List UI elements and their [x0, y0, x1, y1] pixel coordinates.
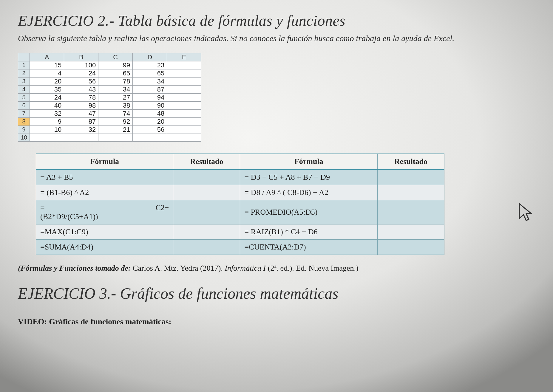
instruction-text: Observa la siguiente tabla y realiza las… [18, 33, 535, 44]
result-cell [377, 185, 444, 200]
sheet-cell: 87 [64, 117, 98, 125]
sheet-cell [167, 85, 201, 93]
formula-exercise-table: Fórmula Resultado Fórmula Resultado = A3… [36, 154, 444, 255]
result-cell [173, 169, 240, 185]
sheet-cell [167, 109, 201, 117]
row-header: 1 [18, 61, 30, 69]
result-cell [173, 239, 240, 255]
row-header: 2 [18, 69, 30, 77]
sheet-cell [64, 134, 98, 141]
result-cell [377, 169, 444, 185]
sheet-cell [167, 125, 201, 134]
citation-lead: (Fórmulas y Funciones tomado de: [18, 264, 133, 272]
formula-cell: = (B1-B6) ^ A2 [36, 185, 173, 200]
result-cell [377, 239, 444, 255]
sheet-cell: 32 [64, 125, 98, 134]
sheet-cell: 20 [133, 117, 167, 125]
sheet-cell: 34 [133, 77, 167, 85]
citation-work: Informática I [223, 264, 268, 272]
result-cell [173, 200, 240, 224]
formula-header: Fórmula [36, 154, 173, 170]
sheet-cell: 78 [64, 93, 98, 101]
sheet-cell: 90 [133, 101, 167, 109]
sheet-cell: 24 [30, 93, 64, 101]
sheet-cell [133, 134, 167, 141]
sheet-cell: 65 [133, 69, 167, 77]
sheet-cell: 40 [30, 101, 64, 109]
video-label: VIDEO: Gráficas de funciones matemáticas… [18, 317, 535, 326]
formula-cell: = D3 − C5 + A8 + B7 − D9 [240, 169, 377, 185]
row-header: 9 [18, 125, 30, 134]
sheet-cell: 56 [64, 77, 98, 85]
sheet-cell [167, 134, 201, 141]
sheet-cell: 74 [98, 109, 133, 117]
sheet-cell: 32 [30, 109, 64, 117]
sheet-cell: 34 [98, 85, 133, 93]
sheet-cell: 65 [98, 69, 133, 77]
heading-ejercicio-2: EJERCICIO 2.- Tabla básica de fórmulas y… [18, 12, 535, 29]
result-header: Resultado [377, 154, 444, 170]
col-header: C [98, 53, 133, 61]
result-header: Resultado [173, 154, 240, 170]
result-cell [377, 224, 444, 239]
col-header: A [30, 53, 64, 61]
mouse-cursor-icon [517, 203, 535, 225]
sheet-cell: 9 [30, 117, 64, 125]
sheet-cell: 99 [98, 61, 133, 69]
sheet-cell: 48 [133, 109, 167, 117]
row-header: 10 [18, 134, 30, 141]
sheet-cell: 4 [30, 69, 64, 77]
row-header: 8 [18, 117, 30, 125]
sheet-cell [30, 134, 64, 141]
sheet-cell: 94 [133, 93, 167, 101]
sheet-cell: 24 [64, 69, 98, 77]
formula-cell: = A3 + B5 [36, 169, 173, 185]
sheet-cell [167, 69, 201, 77]
formula-cell: =SUMA(A4:D4) [36, 239, 173, 255]
row-header: 4 [18, 85, 30, 93]
formula-cell: = D8 / A9 ^ ( C8-D6) − A2 [240, 185, 377, 200]
sheet-cell [167, 77, 201, 85]
formula-cell: = RAIZ(B1) * C4 − D6 [240, 224, 377, 239]
sheet-cell [167, 117, 201, 125]
result-cell [173, 224, 240, 239]
row-header: 6 [18, 101, 30, 109]
heading-ejercicio-3: EJERCICIO 3.- Gráficos de funciones mate… [18, 285, 535, 302]
row-header: 3 [18, 77, 30, 85]
sheet-cell: 35 [30, 85, 64, 93]
result-cell [377, 200, 444, 224]
sheet-corner [18, 53, 30, 61]
sheet-cell [167, 61, 201, 69]
citation-author: Carlos A. Mtz. Yedra (2017). [133, 264, 223, 272]
sheet-cell: 47 [64, 109, 98, 117]
citation-rest: (2ª. ed.). Ed. Nueva Imagen.) [268, 264, 359, 272]
col-header: D [133, 53, 167, 61]
sheet-cell: 23 [133, 61, 167, 69]
sheet-cell: 38 [98, 101, 133, 109]
sheet-cell: 27 [98, 93, 133, 101]
sheet-cell: 87 [133, 85, 167, 93]
col-header: B [64, 53, 98, 61]
formula-header: Fórmula [240, 154, 377, 170]
spreadsheet-data-table: A B C D E 115100992324246565320567834435… [18, 53, 201, 142]
sheet-cell: 78 [98, 77, 133, 85]
sheet-cell [98, 134, 133, 141]
sheet-cell [167, 93, 201, 101]
col-header: E [167, 53, 201, 61]
row-header: 5 [18, 93, 30, 101]
sheet-cell: 10 [30, 125, 64, 134]
sheet-cell: 43 [64, 85, 98, 93]
sheet-cell [167, 101, 201, 109]
citation-text: (Fórmulas y Funciones tomado de: Carlos … [18, 264, 535, 273]
formula-cell: =MAX(C1:C9) [36, 224, 173, 239]
sheet-cell: 92 [98, 117, 133, 125]
formula-cell: =CUENTA(A2:D7) [240, 239, 377, 255]
sheet-cell: 15 [30, 61, 64, 69]
sheet-cell: 100 [64, 61, 98, 69]
result-cell [173, 185, 240, 200]
formula-cell: = PROMEDIO(A5:D5) [240, 200, 377, 224]
row-header: 7 [18, 109, 30, 117]
sheet-cell: 98 [64, 101, 98, 109]
sheet-cell: 21 [98, 125, 133, 134]
sheet-cell: 56 [133, 125, 167, 134]
